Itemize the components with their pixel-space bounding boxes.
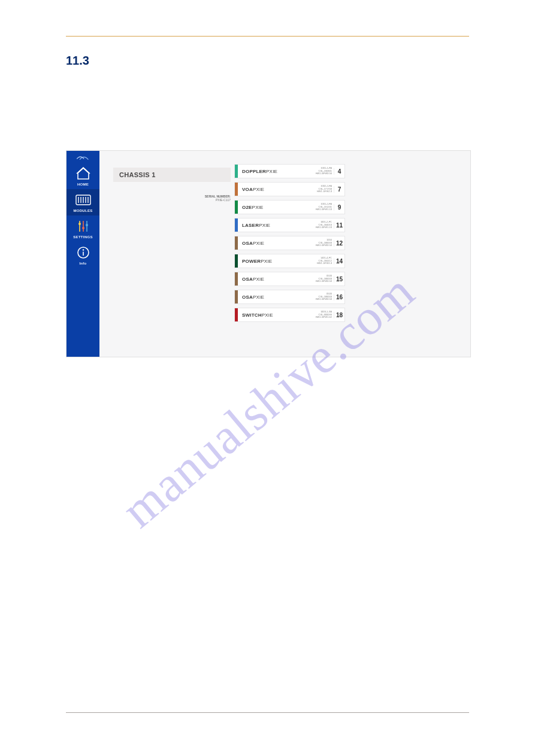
nav-modules[interactable]: MODULES: [67, 189, 99, 215]
module-card[interactable]: OSAPXIE1004CSL-180003HW1.0/FW0.5012: [234, 236, 345, 250]
nav-modules-label: MODULES: [73, 209, 92, 212]
chassis-header[interactable]: CHASSIS 1: [113, 168, 231, 182]
module-card[interactable]: LASERPXIE1001-2-FCCSL-184010HW1.0/FW1.10…: [234, 218, 345, 232]
card-name: OSAPXIE: [238, 277, 313, 282]
card-name: POWERPXIE: [238, 259, 313, 264]
module-card[interactable]: OSAPXIE0500CSL-180003HW1.0/FW0.5016: [234, 290, 345, 304]
module-card-list: DOPPLERPXIE1001-1-FACSL-190301HW1.0/FW0.…: [234, 164, 345, 322]
nav-home-label: HOME: [77, 183, 89, 186]
nav-info-label: Info: [79, 262, 86, 265]
card-meta: 1001-1-FACSL-190301HW1.0/FW0.56: [313, 167, 334, 175]
card-name: OSAPXIE: [238, 241, 313, 246]
card-slot: 11: [334, 222, 344, 229]
home-icon: [76, 166, 90, 181]
nav-info[interactable]: Info: [67, 242, 99, 268]
card-slot: 18: [334, 312, 344, 318]
module-card[interactable]: OSAPXIE0500CSL-180003HW1.0/FW0.5015: [234, 272, 345, 286]
card-slot: 15: [334, 276, 344, 283]
card-name: VOAPXIE: [238, 187, 313, 192]
main-panel: CHASSIS 1 SERIAL NUMBER: PXIE-C117 DOPPL…: [99, 151, 470, 357]
card-slot: 12: [334, 240, 344, 247]
app-screenshot: HOME MODULES: [66, 150, 471, 357]
card-meta: 1002-2-FACSL-171703HW1.1/FW2.3: [313, 185, 334, 193]
card-slot: 7: [334, 186, 344, 193]
module-card[interactable]: DOPPLERPXIE1001-1-FACSL-190301HW1.0/FW0.…: [234, 164, 345, 178]
info-icon: [77, 245, 90, 260]
card-meta: 1003-1-XACSL-000099HW1.0/FW1.62: [313, 311, 334, 318]
card-name: SWITCHPXIE: [238, 312, 313, 318]
card-meta: 1001-2-FCCSL-184010HW1.0/FW1.10: [313, 221, 334, 229]
card-slot: 9: [334, 204, 344, 211]
svg-point-13: [82, 249, 83, 250]
section-number: 11.3: [66, 54, 89, 68]
card-name: DOPPLERPXIE: [238, 169, 313, 174]
card-slot: 4: [334, 168, 344, 175]
serial-value: PXIE-C117: [183, 198, 231, 202]
card-meta: 0500CSL-180003HW1.0/FW0.50: [313, 293, 334, 300]
sliders-icon: [77, 219, 90, 233]
card-name: LASERPXIE: [238, 223, 313, 228]
module-card[interactable]: O2EPXIE1001-2-FACSL-191201HW1.0/FW1.109: [234, 200, 345, 214]
modules-icon: [75, 193, 91, 207]
nav-home[interactable]: HOME: [67, 163, 99, 189]
left-nav: HOME MODULES: [67, 151, 99, 357]
bottom-rule: [66, 712, 469, 713]
top-rule: [66, 36, 469, 37]
card-meta: 1401-4-FCCSL-184412HW1.1/FW1.3: [313, 257, 334, 265]
nav-settings-label: SETTINGS: [73, 235, 92, 239]
brand-logo-icon: [67, 152, 99, 163]
card-name: O2EPXIE: [238, 205, 313, 210]
card-meta: 1001-2-FACSL-191201HW1.0/FW1.10: [313, 203, 334, 211]
card-meta: 1004CSL-180003HW1.0/FW0.50: [313, 239, 334, 247]
card-slot: 16: [334, 294, 344, 300]
card-slot: 14: [334, 258, 344, 265]
module-card[interactable]: SWITCHPXIE1003-1-XACSL-000099HW1.0/FW1.6…: [234, 308, 345, 322]
module-card[interactable]: POWERPXIE1401-4-FCCSL-184412HW1.1/FW1.31…: [234, 254, 345, 268]
serial-number: SERIAL NUMBER: PXIE-C117: [183, 195, 231, 202]
svg-point-10: [82, 227, 84, 229]
card-name: OSAPXIE: [238, 294, 313, 300]
svg-point-9: [78, 223, 81, 225]
svg-point-11: [86, 224, 88, 226]
card-meta: 0500CSL-180003HW1.0/FW0.50: [313, 275, 334, 283]
nav-settings[interactable]: SETTINGS: [67, 215, 99, 242]
module-card[interactable]: VOAPXIE1002-2-FACSL-171703HW1.1/FW2.37: [234, 182, 345, 196]
